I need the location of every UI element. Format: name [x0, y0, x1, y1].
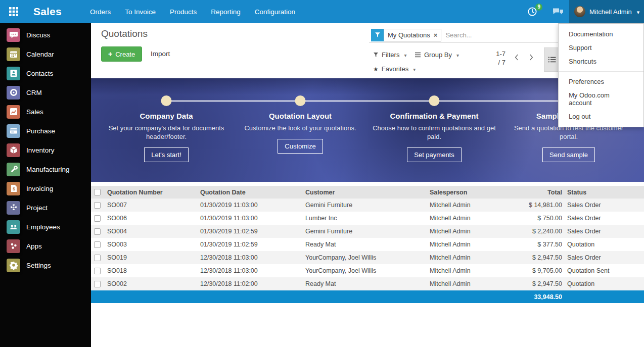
table-footer-row: 33,948.50 — [91, 290, 644, 303]
menu-item-log-out[interactable]: Log out — [559, 110, 643, 123]
row-checkbox[interactable] — [94, 228, 101, 235]
app-brand-title[interactable]: Sales — [33, 6, 62, 18]
apps-sidebar: Discuss Calendar Contacts CRM Sales — [0, 23, 91, 347]
sidebar-label: Settings — [26, 262, 51, 269]
sidebar-item-calendar[interactable]: Calendar — [0, 44, 91, 64]
row-checkbox[interactable] — [94, 202, 101, 209]
activity-count-badge: 9 — [535, 4, 542, 11]
sidebar-label: Inventory — [26, 146, 55, 154]
column-header-customer[interactable]: Customer — [303, 189, 428, 196]
menu-products[interactable]: Products — [170, 8, 197, 16]
cell-salesperson: Mitchell Admin — [428, 202, 520, 209]
sidebar-item-purchase[interactable]: Purchase — [0, 121, 91, 140]
sidebar-item-inventory[interactable]: Inventory — [0, 140, 91, 160]
table-row[interactable]: SO019 12/30/2018 11:03:00 YourCompany, J… — [91, 251, 644, 264]
sidebar-item-sales[interactable]: Sales — [0, 102, 91, 121]
plus-icon: + — [108, 50, 112, 58]
cell-status: Sales Order — [562, 254, 644, 261]
puzzle-icon — [7, 201, 20, 215]
table-row[interactable]: SO006 01/30/2019 11:03:00 Lumber Inc Mit… — [91, 212, 644, 225]
filters-dropdown-button[interactable]: Filters — [373, 51, 406, 59]
list-view-switcher-button[interactable] — [544, 47, 560, 72]
cell-salesperson: Mitchell Admin — [428, 241, 520, 248]
row-checkbox[interactable] — [94, 268, 101, 274]
sidebar-item-apps[interactable]: Apps — [0, 236, 91, 256]
group-by-icon — [415, 52, 421, 58]
sidebar-label: Apps — [26, 242, 42, 250]
customize-button[interactable]: Customize — [278, 139, 323, 154]
apps-menu-button[interactable] — [7, 5, 20, 18]
apps-grid-icon — [9, 7, 19, 17]
row-checkbox[interactable] — [94, 281, 101, 287]
sidebar-item-project[interactable]: Project — [0, 198, 91, 217]
menu-item-preferences[interactable]: Preferences — [559, 75, 643, 88]
search-bar[interactable]: My Quotations × — [369, 27, 562, 43]
search-facet-my-quotations[interactable]: My Quotations × — [371, 29, 441, 41]
gear-icon — [7, 259, 20, 272]
pager-previous-button[interactable] — [512, 53, 521, 62]
column-header-quotation-date[interactable]: Quotation Date — [198, 189, 303, 196]
sidebar-item-settings[interactable]: Settings — [0, 256, 91, 275]
sidebar-item-discuss[interactable]: Discuss — [0, 25, 91, 44]
table-header-row: Quotation Number Quotation Date Customer… — [91, 186, 644, 199]
step-title: Company Data — [105, 112, 228, 120]
wrench-icon — [7, 163, 20, 176]
table-row[interactable]: SO018 12/30/2018 11:03:00 YourCompany, J… — [91, 264, 644, 277]
onboarding-step-confirmation-payment: Confirmation & Payment Choose how to con… — [373, 112, 496, 162]
import-button[interactable]: Import — [151, 50, 170, 58]
pager-next-button[interactable] — [527, 53, 536, 62]
column-header-status[interactable]: Status — [562, 189, 644, 196]
step-title: Quotation Layout — [239, 112, 362, 120]
table-row[interactable]: SO004 01/30/2019 11:02:59 Gemini Furnitu… — [91, 225, 644, 238]
chevron-down-icon — [455, 51, 459, 59]
group-by-dropdown-button[interactable]: Group By — [415, 51, 459, 59]
menu-divider — [559, 71, 643, 72]
select-all-checkbox[interactable] — [94, 189, 101, 195]
table-row[interactable]: SO002 12/30/2018 11:02:00 Ready Mat Mitc… — [91, 277, 644, 290]
search-input[interactable] — [445, 31, 562, 39]
column-header-salesperson[interactable]: Salesperson — [428, 189, 520, 196]
menu-reporting[interactable]: Reporting — [211, 8, 241, 16]
menu-configuration[interactable]: Configuration — [255, 8, 295, 16]
credit-card-icon — [7, 124, 20, 138]
create-button[interactable]: + Create — [101, 46, 142, 62]
sidebar-item-employees[interactable]: Employees — [0, 217, 91, 236]
cell-status: Sales Order — [562, 228, 644, 235]
cell-status: Quotation — [562, 241, 644, 248]
menu-to-invoice[interactable]: To Invoice — [125, 8, 156, 16]
cell-salesperson: Mitchell Admin — [428, 215, 520, 222]
sidebar-item-manufacturing[interactable]: Manufacturing — [0, 160, 91, 179]
row-checkbox[interactable] — [94, 255, 101, 261]
column-header-total[interactable]: Total — [520, 189, 562, 196]
row-checkbox[interactable] — [94, 215, 101, 222]
funnel-icon — [373, 52, 379, 58]
list-view-icon — [548, 56, 556, 63]
sidebar-label: Discuss — [26, 31, 50, 39]
lets-start-button[interactable]: Let's start! — [144, 147, 189, 162]
contact-book-icon — [7, 67, 20, 80]
sidebar-label: Invoicing — [26, 185, 53, 192]
sidebar-item-invoicing[interactable]: $ Invoicing — [0, 179, 91, 198]
table-row[interactable]: SO003 01/30/2019 11:02:59 Ready Mat Mitc… — [91, 238, 644, 251]
send-sample-button[interactable]: Send sample — [542, 147, 595, 162]
sidebar-label: Project — [26, 204, 48, 212]
menu-item-support[interactable]: Support — [559, 41, 643, 55]
menu-item-my-odoo-account[interactable]: My Odoo.com account — [559, 88, 643, 110]
column-header-quotation-number[interactable]: Quotation Number — [104, 189, 198, 196]
chat-bubbles-icon — [552, 7, 564, 17]
menu-item-shortcuts[interactable]: Shortcuts — [559, 55, 643, 68]
sidebar-item-crm[interactable]: CRM — [0, 83, 91, 102]
messaging-menu-button[interactable] — [552, 7, 564, 17]
set-payments-button[interactable]: Set payments — [407, 147, 462, 162]
user-menu-button[interactable]: Mitchell Admin — [569, 0, 644, 23]
activity-menu-button[interactable]: 9 — [527, 6, 538, 17]
row-checkbox[interactable] — [94, 241, 101, 248]
sidebar-label: Contacts — [26, 70, 53, 77]
favorites-dropdown-button[interactable]: Favorites — [373, 65, 416, 73]
menu-orders[interactable]: Orders — [90, 8, 111, 16]
facet-remove-icon[interactable]: × — [434, 31, 438, 39]
menu-item-documentation[interactable]: Documentation — [559, 27, 643, 41]
cell-salesperson: Mitchell Admin — [428, 280, 520, 287]
sidebar-item-contacts[interactable]: Contacts — [0, 64, 91, 83]
table-row[interactable]: SO007 01/30/2019 11:03:00 Gemini Furnitu… — [91, 199, 644, 212]
